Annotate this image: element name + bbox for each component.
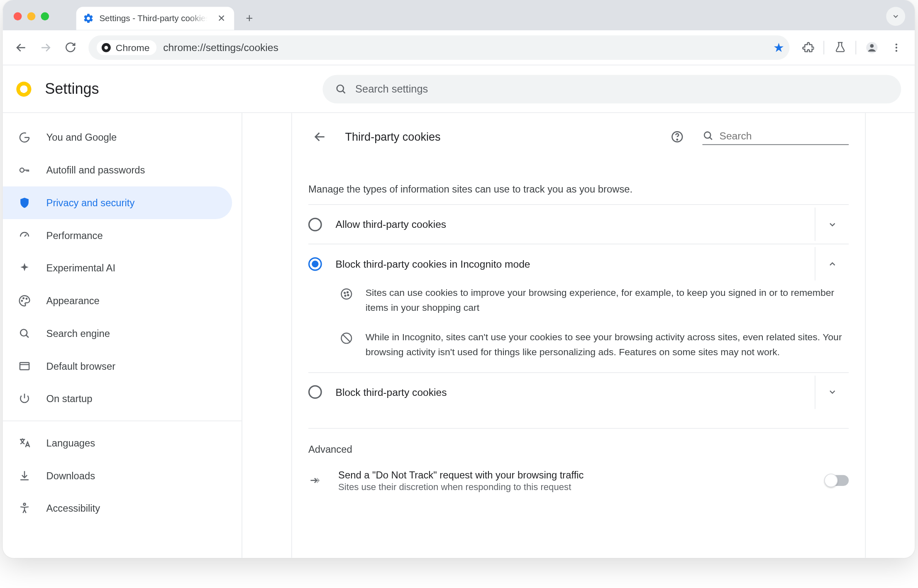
svg-point-35	[347, 292, 348, 293]
power-icon	[18, 392, 32, 406]
svg-point-7	[896, 43, 897, 45]
sidebar-item-search-engine[interactable]: Search engine	[3, 317, 232, 350]
sidebar-item-experimental-ai[interactable]: Experimental AI	[3, 252, 232, 285]
svg-point-12	[20, 168, 24, 172]
shield-icon	[18, 196, 32, 210]
svg-point-31	[704, 132, 710, 138]
minimize-window-button[interactable]	[27, 12, 36, 21]
sparkle-icon	[18, 261, 32, 275]
svg-line-21	[26, 335, 29, 338]
forward-button[interactable]	[34, 36, 57, 59]
svg-point-36	[345, 295, 346, 296]
option-label: Block third-party cookies in Incognito m…	[336, 258, 801, 270]
advanced-label: Advanced	[308, 428, 849, 454]
cookie-icon	[339, 287, 353, 315]
option-block-incognito[interactable]: Block third-party cookies in Incognito m…	[308, 244, 849, 283]
collapse-button[interactable]	[815, 247, 849, 280]
sidebar-item-label: You and Google	[46, 132, 117, 143]
close-window-button[interactable]	[14, 12, 22, 21]
titlebar: Settings - Third-party cookies ✕ +	[3, 0, 915, 30]
option-allow-third-party[interactable]: Allow third-party cookies	[308, 204, 849, 244]
tab-search-button[interactable]	[886, 7, 905, 26]
svg-point-3	[104, 46, 108, 49]
sidebar-item-you-and-google[interactable]: You and Google	[3, 121, 232, 154]
extensions-button[interactable]	[796, 36, 820, 59]
svg-point-37	[347, 295, 349, 296]
panel-search-input[interactable]	[719, 130, 849, 142]
settings-search-placeholder: Search settings	[355, 83, 428, 95]
speedometer-icon	[18, 229, 32, 242]
search-icon	[335, 83, 347, 95]
svg-point-18	[23, 298, 24, 299]
omnibox-provider-chip[interactable]: Chrome	[97, 40, 156, 55]
sidebar-item-label: Downloads	[46, 470, 95, 481]
block-icon	[339, 332, 353, 360]
back-button[interactable]	[10, 36, 33, 59]
sidebar-item-languages[interactable]: Languages	[3, 427, 232, 459]
svg-point-19	[26, 298, 27, 299]
sidebar-item-on-startup[interactable]: On startup	[3, 383, 232, 415]
palette-icon	[18, 294, 32, 307]
sidebar-item-performance[interactable]: Performance	[3, 219, 232, 252]
settings-search-box[interactable]: Search settings	[322, 75, 901, 103]
sidebar-item-privacy[interactable]: Privacy and security	[3, 186, 232, 219]
search-icon	[18, 327, 32, 340]
radio-button[interactable]	[308, 257, 322, 271]
svg-point-33	[341, 289, 352, 299]
sidebar-item-label: Accessibility	[46, 503, 100, 514]
sidebar-item-appearance[interactable]: Appearance	[3, 285, 232, 317]
panel-intro: Manage the types of information sites ca…	[308, 184, 849, 195]
radio-button[interactable]	[308, 217, 322, 231]
svg-point-6	[870, 44, 874, 48]
settings-sidebar: You and Google Autofill and passwords Pr…	[3, 113, 242, 558]
sidebar-item-label: Search engine	[46, 328, 110, 339]
svg-point-10	[337, 85, 344, 91]
panel-title: Third-party cookies	[345, 130, 440, 143]
sidebar-item-default-browser[interactable]: Default browser	[3, 350, 232, 383]
settings-header: Settings Search settings	[3, 65, 915, 113]
tab-close-button[interactable]: ✕	[215, 13, 228, 24]
new-tab-button[interactable]: +	[240, 9, 259, 28]
window-controls	[14, 12, 49, 21]
browser-toolbar: Chrome chrome://settings/cookies ★	[3, 30, 915, 65]
svg-point-27	[24, 503, 26, 505]
option-detail: While in Incognito, sites can't use your…	[308, 327, 849, 372]
svg-line-39	[343, 335, 350, 342]
sidebar-item-label: Privacy and security	[46, 198, 135, 208]
labs-button[interactable]	[828, 36, 852, 59]
translate-icon	[18, 436, 32, 450]
svg-line-32	[710, 137, 712, 140]
sidebar-item-autofill[interactable]: Autofill and passwords	[3, 154, 232, 187]
reload-button[interactable]	[59, 36, 82, 59]
chrome-menu-button[interactable]	[885, 36, 908, 59]
maximize-window-button[interactable]	[41, 12, 49, 21]
sidebar-item-label: Languages	[46, 438, 95, 449]
radio-button[interactable]	[308, 385, 322, 399]
bookmark-star-icon[interactable]: ★	[773, 40, 784, 55]
option-detail: Sites can use cookies to improve your br…	[308, 283, 849, 327]
omnibox[interactable]: Chrome chrome://settings/cookies ★	[88, 35, 789, 59]
option-label: Allow third-party cookies	[336, 218, 801, 230]
svg-point-17	[22, 300, 22, 301]
sidebar-item-downloads[interactable]: Downloads	[3, 459, 232, 492]
do-not-track-toggle[interactable]	[825, 475, 849, 486]
expand-button[interactable]	[815, 207, 849, 241]
sidebar-item-accessibility[interactable]: Accessibility	[3, 492, 232, 525]
panel-back-button[interactable]	[308, 125, 332, 149]
sidebar-item-label: Experimental AI	[46, 263, 116, 273]
expand-button[interactable]	[815, 376, 849, 409]
profile-button[interactable]	[860, 36, 884, 59]
option-block-third-party[interactable]: Block third-party cookies	[308, 372, 849, 412]
option-label: Block third-party cookies	[336, 386, 801, 398]
do-not-track-row[interactable]: Send a "Do Not Track" request with your …	[308, 460, 849, 501]
chrome-icon	[101, 42, 112, 53]
content-panel: Third-party cookies Manage the types of …	[291, 113, 866, 558]
svg-point-9	[896, 49, 897, 51]
browser-tab[interactable]: Settings - Third-party cookies ✕	[76, 7, 234, 30]
help-button[interactable]	[666, 125, 689, 149]
search-icon	[702, 130, 714, 142]
panel-search-box[interactable]	[702, 129, 849, 145]
google-g-icon	[18, 131, 32, 144]
detail-text: While in Incognito, sites can't use your…	[366, 330, 849, 360]
omnibox-url: chrome://settings/cookies	[163, 41, 278, 53]
